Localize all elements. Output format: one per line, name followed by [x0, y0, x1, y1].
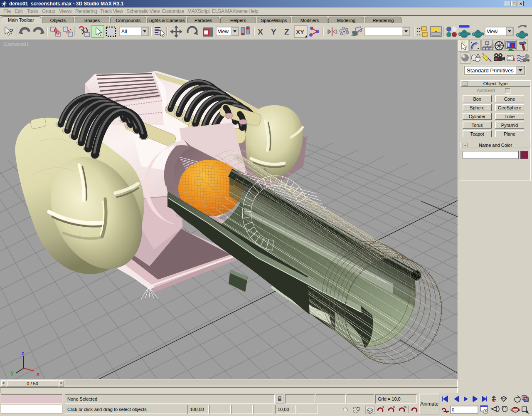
- svg-text:X: X: [258, 27, 263, 36]
- svg-text:3: 3: [382, 405, 384, 409]
- svg-text:All: All: [121, 29, 127, 35]
- svg-text:0: 0: [452, 407, 454, 412]
- svg-text:Z: Z: [284, 27, 289, 36]
- svg-text:Y: Y: [271, 27, 276, 36]
- svg-text:View: View: [218, 29, 229, 35]
- svg-text:x: x: [37, 371, 39, 377]
- svg-text:Camera01: Camera01: [3, 41, 29, 47]
- svg-text:y: y: [11, 370, 14, 376]
- svg-text:Standard Primitives: Standard Primitives: [467, 67, 514, 74]
- svg-text:%: %: [404, 405, 406, 409]
- svg-text:View: View: [487, 29, 498, 35]
- svg-text:?: ?: [9, 27, 13, 35]
- svg-text:XY: XY: [296, 28, 304, 35]
- svg-text:z: z: [22, 351, 24, 357]
